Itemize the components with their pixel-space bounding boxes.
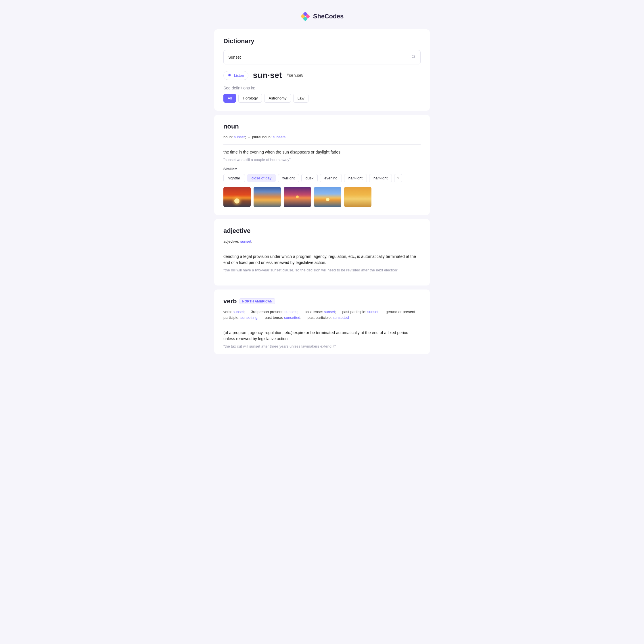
svg-line-5 <box>414 57 415 58</box>
filter-chip-horology[interactable]: Horology <box>238 94 262 103</box>
listen-label: Listen <box>234 73 244 78</box>
example-images <box>223 187 421 207</box>
verb-definition: (of a program, agency, regulation, etc.)… <box>223 330 421 342</box>
see-definitions-label: See definitions in: <box>223 86 421 90</box>
noun-title: noun <box>223 123 239 130</box>
similar-label: Similiar: <box>223 167 421 171</box>
header-card: Dictionary Listen sun·set /ˈsənˌset/ See… <box>214 29 430 111</box>
filter-chip-law[interactable]: Law <box>293 94 309 103</box>
divider <box>223 144 421 145</box>
similar-chip[interactable]: evening <box>320 174 342 182</box>
similar-chip[interactable]: half-light <box>369 174 392 182</box>
brand-name: SheCodes <box>313 13 344 20</box>
adjective-definition: denoting a legal provision under which a… <box>223 254 421 266</box>
brand-logo: SheCodes <box>214 11 430 21</box>
phonetic: /ˈsənˌset/ <box>287 73 303 78</box>
verb-title: verb <box>223 298 237 305</box>
adjective-example: "the bill will have a two-year sunset cl… <box>223 268 421 272</box>
logo-icon <box>300 11 310 21</box>
region-tag: NORTH AMERICAN <box>239 298 275 304</box>
headword: sun·set <box>253 71 282 80</box>
image-tile[interactable] <box>223 187 251 207</box>
divider <box>223 249 421 249</box>
image-tile[interactable] <box>284 187 311 207</box>
verb-forms: verb: sunset; – 3rd person present: suns… <box>223 309 421 321</box>
search-input-wrap[interactable] <box>223 50 421 64</box>
noun-example: "sunset was still a couple of hours away… <box>223 158 421 162</box>
similar-chip[interactable]: nightfall <box>223 174 245 182</box>
image-tile[interactable] <box>344 187 371 207</box>
verb-card: verb NORTH AMERICAN verb: sunset; – 3rd … <box>214 290 430 354</box>
adjective-title: adjective <box>223 227 250 235</box>
listen-button[interactable]: Listen <box>223 71 248 80</box>
similar-chip[interactable]: half-light <box>344 174 367 182</box>
adjective-forms: adjective: sunset; <box>223 239 421 245</box>
filter-chips: AllHorologyAstronomyLaw <box>223 94 421 103</box>
chevron-down-icon[interactable] <box>394 174 402 182</box>
similar-chip[interactable]: close of day <box>247 174 276 182</box>
filter-chip-all[interactable]: All <box>223 94 236 103</box>
search-input[interactable] <box>228 55 411 60</box>
svg-point-4 <box>412 55 415 58</box>
image-tile[interactable] <box>314 187 341 207</box>
adjective-card: adjective adjective: sunset; denoting a … <box>214 219 430 285</box>
similar-chips: nightfallclose of daytwillightduskevenin… <box>223 174 421 182</box>
similar-chip[interactable]: dusk <box>301 174 318 182</box>
page-title: Dictionary <box>223 37 421 45</box>
image-tile[interactable] <box>254 187 281 207</box>
verb-example: "the tax cut will sunset after three yea… <box>223 344 421 348</box>
noun-forms: noun: sunset; – plural noun: sunsets; <box>223 134 421 140</box>
noun-card: noun noun: sunset; – plural noun: sunset… <box>214 115 430 215</box>
noun-definition: the time in the evening when the sun dis… <box>223 149 421 155</box>
speaker-icon <box>228 73 232 78</box>
similar-chip[interactable]: twillight <box>278 174 299 182</box>
filter-chip-astronomy[interactable]: Astronomy <box>264 94 291 103</box>
search-icon[interactable] <box>411 54 416 60</box>
